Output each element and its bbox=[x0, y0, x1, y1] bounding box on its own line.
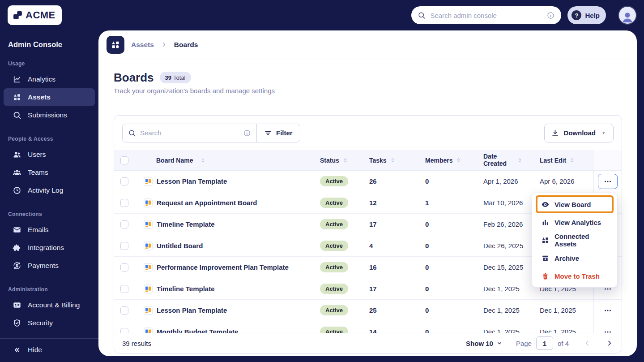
sidebar-section-administration: Administration bbox=[8, 286, 90, 293]
members-count: 0 bbox=[425, 328, 429, 333]
members-count: 0 bbox=[425, 263, 429, 271]
sort-icon[interactable] bbox=[569, 157, 576, 164]
chevron-down-icon bbox=[496, 340, 503, 346]
sort-icon[interactable] bbox=[342, 157, 349, 164]
board-name[interactable]: Monthly Budget Template bbox=[157, 328, 238, 333]
user-avatar[interactable] bbox=[619, 7, 636, 24]
sort-icon[interactable] bbox=[455, 157, 462, 164]
status-badge: Active bbox=[320, 241, 348, 251]
members-count: 1 bbox=[425, 199, 429, 207]
admin-search-input[interactable] bbox=[430, 12, 542, 19]
table-row: Lesson Plan Template Active 26 0 Apr 1, … bbox=[114, 171, 622, 192]
breadcrumb-current: Boards bbox=[174, 41, 198, 49]
search-icon bbox=[13, 111, 21, 120]
sidebar-item-security[interactable]: Security bbox=[4, 314, 95, 332]
board-name[interactable]: Timeline Template bbox=[157, 220, 215, 228]
menu-item-view-analytics[interactable]: View Analytics bbox=[536, 213, 614, 231]
row-actions-button[interactable] bbox=[598, 324, 618, 333]
next-page-button[interactable] bbox=[606, 339, 614, 347]
tasks-count: 4 bbox=[369, 242, 373, 250]
row-checkbox[interactable] bbox=[120, 263, 128, 272]
search-icon bbox=[128, 129, 136, 137]
sidebar-item-payments[interactable]: Payments bbox=[4, 257, 95, 275]
sort-icon[interactable] bbox=[389, 157, 396, 164]
board-name[interactable]: Request an Appointment Board bbox=[157, 199, 257, 207]
date-created: Dec 1, 2025 bbox=[483, 306, 520, 314]
download-button[interactable]: Download bbox=[544, 124, 614, 142]
row-checkbox[interactable] bbox=[120, 220, 128, 228]
sidebar-section-people-access: People & Access bbox=[8, 136, 90, 142]
sidebar-item-emails[interactable]: Emails bbox=[4, 221, 95, 239]
sidebar: Admin Console UsageAnalyticsAssetsSubmis… bbox=[0, 30, 98, 362]
sort-icon[interactable] bbox=[200, 157, 206, 164]
board-name[interactable]: Lesson Plan Template bbox=[157, 177, 227, 185]
sidebar-item-submissions[interactable]: Submissions bbox=[4, 106, 95, 124]
filter-button[interactable]: Filter bbox=[257, 124, 300, 142]
menu-item-connected-assets[interactable]: Connected Assets bbox=[536, 231, 614, 249]
results-count: 39 results bbox=[122, 340, 151, 347]
column-header-board-name[interactable]: Board Name bbox=[135, 150, 314, 170]
tasks-count: 14 bbox=[369, 328, 377, 333]
menu-item-view-board[interactable]: View Board bbox=[536, 195, 614, 213]
acme-logo[interactable]: ACME bbox=[8, 5, 62, 25]
filter-icon bbox=[264, 129, 272, 137]
previous-page-button[interactable] bbox=[583, 339, 591, 347]
sidebar-item-integrations[interactable]: Integrations bbox=[4, 239, 95, 257]
board-icon bbox=[144, 328, 153, 333]
menu-item-archive[interactable]: Archive bbox=[536, 249, 614, 267]
tasks-count: 17 bbox=[369, 285, 377, 293]
sidebar-item-analytics[interactable]: Analytics bbox=[4, 70, 95, 88]
row-checkbox[interactable] bbox=[120, 328, 128, 333]
topbar: ACME ? Help bbox=[0, 0, 644, 30]
column-header-last-edit[interactable]: Last Edit bbox=[536, 150, 594, 170]
sort-icon[interactable] bbox=[516, 157, 523, 164]
breadcrumb: Assets Boards bbox=[98, 30, 637, 59]
row-actions-button[interactable] bbox=[598, 303, 618, 318]
help-button[interactable]: ? Help bbox=[567, 6, 606, 24]
page-size-select[interactable]: Show 10 bbox=[466, 340, 503, 347]
board-name[interactable]: Untitled Board bbox=[157, 242, 203, 250]
members-count: 0 bbox=[425, 177, 429, 185]
sidebar-item-activity-log[interactable]: Activity Log bbox=[4, 181, 95, 199]
sidebar-item-teams[interactable]: Teams bbox=[4, 164, 95, 181]
sidebar-item-users[interactable]: Users bbox=[4, 146, 95, 164]
column-header-date-created[interactable]: Date Created bbox=[479, 150, 536, 170]
date-created: Mar 10, 2026 bbox=[483, 199, 523, 207]
row-checkbox[interactable] bbox=[120, 199, 128, 207]
table-search-input[interactable] bbox=[140, 129, 239, 137]
acme-logo-text: ACME bbox=[26, 9, 55, 21]
caret-down-icon bbox=[601, 130, 607, 136]
board-name[interactable]: Lesson Plan Template bbox=[157, 306, 227, 314]
users-icon bbox=[13, 150, 21, 159]
status-badge: Active bbox=[320, 219, 348, 229]
ellipsis-icon bbox=[603, 328, 612, 333]
column-header-status[interactable]: Status bbox=[314, 150, 365, 170]
row-checkbox[interactable] bbox=[120, 177, 128, 185]
breadcrumb-assets-link[interactable]: Assets bbox=[131, 41, 154, 49]
select-all-checkbox[interactable] bbox=[120, 156, 128, 164]
row-checkbox[interactable] bbox=[120, 285, 128, 293]
page-subtitle: Track your organization's boards and man… bbox=[114, 87, 622, 95]
sidebar-hide-button[interactable]: Hide bbox=[4, 341, 95, 359]
board-name[interactable]: Timeline Template bbox=[157, 285, 215, 293]
sidebar-item-assets[interactable]: Assets bbox=[4, 88, 95, 106]
row-actions-menu: View BoardView AnalyticsConnected Assets… bbox=[532, 193, 618, 288]
sidebar-section-connections: Connections bbox=[8, 211, 90, 217]
menu-item-move-to-trash[interactable]: Move to Trash bbox=[536, 267, 614, 285]
members-count: 0 bbox=[425, 285, 429, 293]
info-icon[interactable] bbox=[243, 129, 251, 137]
column-header-members[interactable]: Members bbox=[421, 150, 479, 170]
row-checkbox[interactable] bbox=[120, 306, 128, 315]
board-icon bbox=[144, 284, 153, 293]
sidebar-item-account-billing[interactable]: Account & Billing bbox=[4, 296, 95, 314]
row-actions-button[interactable] bbox=[598, 174, 618, 189]
row-checkbox[interactable] bbox=[120, 242, 128, 250]
tasks-count: 25 bbox=[369, 306, 377, 314]
status-badge: Active bbox=[320, 284, 348, 294]
tasks-count: 17 bbox=[369, 220, 377, 228]
board-icon bbox=[144, 241, 153, 250]
page-number-input[interactable] bbox=[536, 336, 553, 350]
column-header-tasks[interactable]: Tasks bbox=[365, 150, 421, 170]
info-icon[interactable] bbox=[546, 11, 555, 20]
board-name[interactable]: Performance Improvement Plan Template bbox=[157, 263, 289, 271]
